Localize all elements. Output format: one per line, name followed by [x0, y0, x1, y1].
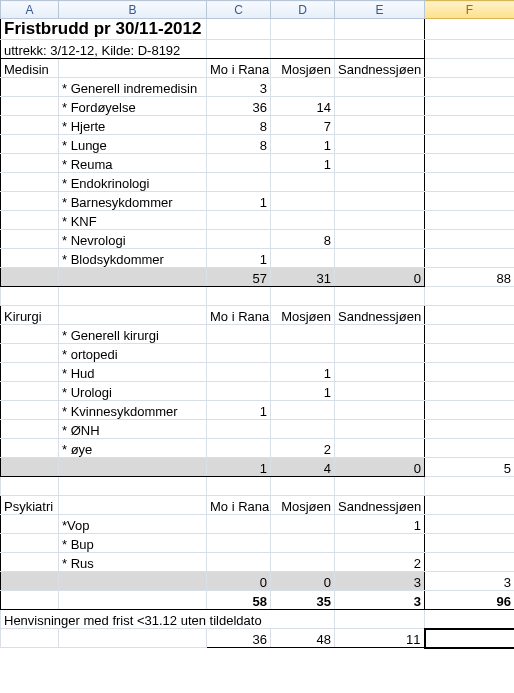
col-mosjoen-2: Mosjøen [271, 306, 335, 325]
row-label: * ortopedi [59, 344, 207, 363]
cell[interactable] [335, 135, 425, 154]
cell[interactable] [271, 249, 335, 268]
cell[interactable]: 1 [207, 249, 271, 268]
cell[interactable] [335, 534, 425, 553]
cell[interactable] [335, 344, 425, 363]
cell[interactable]: 1 [207, 401, 271, 420]
row-label: * Generell indremedisin [59, 78, 207, 97]
cell[interactable] [335, 325, 425, 344]
cell[interactable] [271, 192, 335, 211]
cell[interactable] [207, 439, 271, 458]
footer-d: 48 [271, 629, 335, 648]
row-label: * Endokrinologi [59, 173, 207, 192]
cell[interactable] [335, 439, 425, 458]
cell[interactable] [271, 78, 335, 97]
cell[interactable]: 3 [207, 78, 271, 97]
col-mo-i-rana-2: Mo i Rana [207, 306, 271, 325]
cell[interactable] [207, 553, 271, 572]
cell[interactable]: 8 [271, 230, 335, 249]
medisin-subtotal-c: 57 [207, 268, 271, 287]
cell[interactable] [271, 173, 335, 192]
row-label: * Bup [59, 534, 207, 553]
cell[interactable] [335, 382, 425, 401]
cell[interactable] [207, 363, 271, 382]
grandtotal-c: 58 [207, 591, 271, 610]
cell[interactable] [271, 534, 335, 553]
cell[interactable]: 8 [207, 135, 271, 154]
col-mo-i-rana-3: Mo i Rana [207, 496, 271, 515]
col-header-d[interactable]: D [271, 1, 335, 19]
cell[interactable]: 2 [335, 553, 425, 572]
cell[interactable] [207, 230, 271, 249]
section-label-psykiatri: Psykiatri [1, 496, 59, 515]
cell[interactable] [335, 192, 425, 211]
cell[interactable]: 36 [207, 97, 271, 116]
kirurgi-subtotal-c: 1 [207, 458, 271, 477]
cell[interactable] [271, 515, 335, 534]
cell[interactable]: 1 [207, 192, 271, 211]
cell[interactable] [335, 211, 425, 230]
psykiatri-subtotal-d: 0 [271, 572, 335, 591]
cell[interactable]: 14 [271, 97, 335, 116]
cell[interactable] [335, 249, 425, 268]
medisin-subtotal-f: 88 [425, 268, 515, 287]
cell[interactable] [335, 401, 425, 420]
cell[interactable] [207, 534, 271, 553]
column-headers: A B C D E F [1, 1, 515, 19]
cell[interactable]: 1 [271, 154, 335, 173]
row-label: * Kvinnesykdommer [59, 401, 207, 420]
kirurgi-subtotal-f: 5 [425, 458, 515, 477]
cell[interactable] [335, 116, 425, 135]
row-label: * KNF [59, 211, 207, 230]
grandtotal-d: 35 [271, 591, 335, 610]
col-header-b[interactable]: B [59, 1, 207, 19]
cell[interactable] [207, 173, 271, 192]
cell[interactable] [335, 230, 425, 249]
col-header-a[interactable]: A [1, 1, 59, 19]
cell[interactable]: 1 [335, 515, 425, 534]
page-title: Fristbrudd pr 30/11-2012 [1, 19, 207, 40]
cell[interactable] [335, 97, 425, 116]
cell[interactable] [271, 401, 335, 420]
col-header-f[interactable]: F [425, 1, 515, 19]
cell[interactable] [271, 553, 335, 572]
footer-e: 11 [335, 629, 425, 648]
cell[interactable] [207, 344, 271, 363]
cell[interactable]: 7 [271, 116, 335, 135]
row-label: * Hjerte [59, 116, 207, 135]
cell[interactable] [271, 211, 335, 230]
cell[interactable] [271, 344, 335, 363]
cell[interactable] [335, 78, 425, 97]
cell[interactable]: 2 [271, 439, 335, 458]
medisin-subtotal-d: 31 [271, 268, 335, 287]
cell[interactable] [207, 515, 271, 534]
cell[interactable]: 1 [271, 363, 335, 382]
cell[interactable] [207, 420, 271, 439]
psykiatri-subtotal-c: 0 [207, 572, 271, 591]
psykiatri-subtotal-f: 3 [425, 572, 515, 591]
cell[interactable]: 8 [207, 116, 271, 135]
row-label: * Nevrologi [59, 230, 207, 249]
col-mosjoen: Mosjøen [271, 59, 335, 78]
cell[interactable] [271, 325, 335, 344]
cell[interactable] [207, 325, 271, 344]
col-sandnessjoen: Sandnessjøen [335, 59, 425, 78]
cell[interactable]: 1 [271, 135, 335, 154]
cell[interactable] [207, 154, 271, 173]
cell[interactable] [207, 211, 271, 230]
col-header-e[interactable]: E [335, 1, 425, 19]
kirurgi-subtotal-d: 4 [271, 458, 335, 477]
cell[interactable] [335, 420, 425, 439]
col-sandnessjoen-3: Sandnessjøen [335, 496, 425, 515]
spreadsheet[interactable]: A B C D E F Fristbrudd pr 30/11-2012 utt… [0, 0, 514, 649]
cell[interactable] [335, 154, 425, 173]
col-mosjoen-3: Mosjøen [271, 496, 335, 515]
grandtotal-f: 96 [425, 591, 515, 610]
cell[interactable] [207, 382, 271, 401]
cell[interactable] [335, 173, 425, 192]
col-header-c[interactable]: C [207, 1, 271, 19]
cell[interactable] [271, 420, 335, 439]
active-cell[interactable] [425, 629, 515, 648]
cell[interactable]: 1 [271, 382, 335, 401]
cell[interactable] [335, 363, 425, 382]
